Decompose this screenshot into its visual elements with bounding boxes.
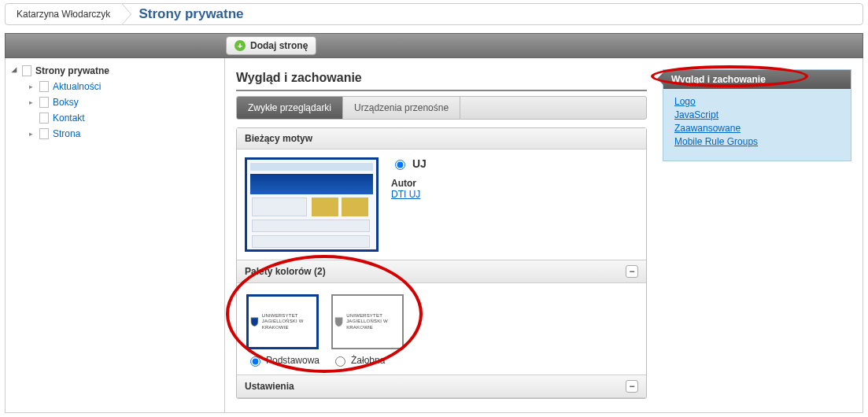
breadcrumb-separator-icon: [121, 3, 131, 25]
panel-current-theme: Bieżący motyw: [236, 127, 647, 399]
palette-label: Żałobna: [351, 355, 385, 366]
page-icon: [39, 81, 49, 92]
palette-radio-basic[interactable]: [250, 356, 260, 367]
panel-header: Bieżący motyw: [237, 128, 646, 149]
side-panel-header: Wygląd i zachowanie: [663, 70, 851, 89]
shield-icon: [250, 312, 259, 332]
palette-mourning[interactable]: UNIWERSYTET JAGIELLOŃSKI W KRAKOWIE Żało…: [331, 294, 404, 367]
add-page-button[interactable]: + Dodaj stronę: [226, 36, 316, 55]
expand-icon[interactable]: ▸: [29, 98, 36, 106]
palette-thumbnail[interactable]: UNIWERSYTET JAGIELLOŃSKI W KRAKOWIE: [331, 294, 404, 349]
side-panel: Wygląd i zachowanie Logo JavaScript Zaaw…: [663, 69, 851, 161]
tree-item[interactable]: Kontakt: [9, 110, 221, 126]
side-link-logo[interactable]: Logo: [674, 96, 696, 107]
palette-thumbnail[interactable]: UNIWERSYTET JAGIELLOŃSKI W KRAKOWIE: [246, 294, 319, 349]
theme-meta: UJ Autor DTI UJ: [391, 157, 427, 200]
tree-item-label[interactable]: Kontakt: [53, 113, 85, 124]
palette-logo-text: UNIWERSYTET JAGIELLOŃSKI W KRAKOWIE: [262, 313, 315, 330]
tree-root-label: Strony prywatne: [35, 65, 109, 76]
page-icon: [22, 65, 31, 76]
side-link-mobile-rule-groups[interactable]: Mobile Rule Groups: [674, 136, 758, 147]
content: Wygląd i zachowanie Zwykłe przeglądarki …: [236, 69, 647, 407]
main: Wygląd i zachowanie Zwykłe przeglądarki …: [225, 58, 862, 412]
collapse-button[interactable]: −: [626, 380, 638, 393]
tree-item-label[interactable]: Boksy: [53, 97, 79, 108]
breadcrumb-page[interactable]: Strony prywatne: [127, 6, 254, 22]
panel-header-palettes: Palety kolorów (2) −: [237, 260, 646, 283]
breadcrumb-user[interactable]: Katarzyna Włodarczyk: [6, 4, 121, 24]
tree-item-label[interactable]: Strona: [53, 128, 80, 139]
breadcrumb: Katarzyna Włodarczyk Strony prywatne: [5, 3, 863, 25]
arrow-left-icon: [657, 72, 663, 85]
side-panel-title: Wygląd i zachowanie: [671, 74, 766, 85]
shield-icon: [334, 312, 343, 332]
side-link-advanced[interactable]: Zaawansowane: [674, 123, 741, 134]
theme-radio-uj[interactable]: [395, 160, 405, 170]
tabs: Zwykłe przeglądarki Urządzenia przenośne: [236, 96, 647, 120]
palette-label: Podstawowa: [266, 355, 319, 366]
tree-item-label[interactable]: Aktualności: [53, 81, 101, 92]
tree-item[interactable]: ▸ Strona: [9, 126, 221, 142]
palette-radio-mourning[interactable]: [335, 356, 345, 367]
author-label: Autor: [391, 178, 427, 189]
plus-icon: +: [235, 40, 246, 51]
page-icon: [39, 97, 49, 108]
panel-title: Palety kolorów (2): [245, 266, 326, 277]
palette-logo-text: UNIWERSYTET JAGIELLOŃSKI W KRAKOWIE: [346, 313, 401, 330]
panel-header-settings: Ustawienia −: [237, 375, 646, 398]
tree-root[interactable]: Strony prywatne: [9, 63, 221, 79]
expand-icon[interactable]: ▸: [29, 130, 36, 138]
sidebar: Strony prywatne ▸ Aktualności ▸ Boksy Ko…: [6, 58, 225, 412]
collapse-icon[interactable]: [12, 68, 19, 75]
toolbar: + Dodaj stronę: [5, 33, 863, 58]
tree-item[interactable]: ▸ Aktualności: [9, 79, 221, 94]
page-title: Wygląd i zachowanie: [236, 69, 647, 91]
layout: Strony prywatne ▸ Aktualności ▸ Boksy Ko…: [5, 58, 863, 413]
tree-item[interactable]: ▸ Boksy: [9, 94, 221, 110]
add-page-label: Dodaj stronę: [250, 40, 308, 51]
theme-thumbnail[interactable]: [245, 157, 379, 252]
expand-icon[interactable]: ▸: [29, 83, 36, 90]
panel-title: Ustawienia: [245, 381, 294, 392]
side-link-javascript[interactable]: JavaScript: [674, 109, 718, 120]
panel-title: Bieżący motyw: [245, 133, 312, 144]
tab-mobile-devices[interactable]: Urządzenia przenośne: [343, 97, 460, 119]
page-icon: [39, 113, 49, 124]
theme-name: UJ: [412, 157, 427, 170]
page-icon: [39, 128, 49, 139]
collapse-button[interactable]: −: [626, 265, 638, 278]
tab-standard-browsers[interactable]: Zwykłe przeglądarki: [237, 97, 343, 119]
author-link[interactable]: DTI UJ: [391, 189, 420, 200]
palette-basic[interactable]: UNIWERSYTET JAGIELLOŃSKI W KRAKOWIE Pods…: [246, 294, 319, 367]
side-panel-body: Logo JavaScript Zaawansowane Mobile Rule…: [663, 89, 851, 161]
